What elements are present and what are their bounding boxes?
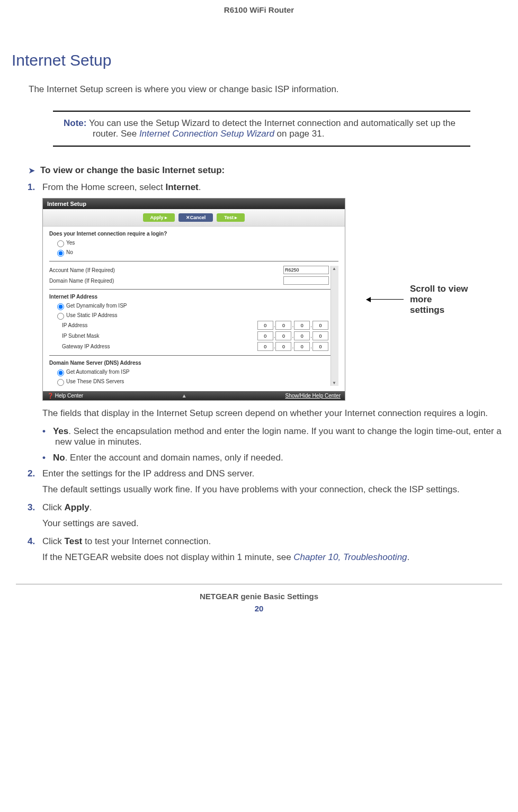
page-header: R6100 WiFi Router xyxy=(16,5,502,14)
ip-gateway-label: Gateway IP Address xyxy=(49,344,136,349)
step-2-followup: The default settings usually work fine. … xyxy=(42,484,502,495)
account-name-label: Account Name (If Required) xyxy=(49,267,283,273)
ip-section-title: Internet IP Address xyxy=(49,294,338,300)
test-button[interactable]: Test ▸ xyxy=(217,213,245,222)
radio-ip-dynamic[interactable]: Get Dynamically from ISP xyxy=(55,302,338,310)
radio-yes[interactable]: Yes xyxy=(55,239,338,247)
annotation-arrow-icon xyxy=(367,299,404,300)
procedure-arrow-icon: ➤ xyxy=(29,166,35,175)
footer-page-number: 20 xyxy=(16,604,502,613)
step-3: 3.Click Apply. xyxy=(42,502,502,513)
scrollbar[interactable] xyxy=(331,266,338,386)
account-name-input[interactable] xyxy=(283,266,329,274)
after-screenshot-text: The fields that display in the Internet … xyxy=(42,408,502,419)
radio-dns-auto[interactable]: Get Automatically from ISP xyxy=(55,368,338,376)
step-2: 2.Enter the settings for the IP address … xyxy=(42,468,502,479)
procedure-header: ➤To view or change the basic Internet se… xyxy=(29,165,502,176)
note-label: Note: xyxy=(64,118,86,128)
ip-subnet-label: IP Subnet Mask xyxy=(49,333,136,339)
radio-ip-static[interactable]: Use Static IP Address xyxy=(55,311,338,320)
annotation-text: Scroll to view more settings xyxy=(410,284,468,315)
radio-no[interactable]: No xyxy=(55,248,338,257)
help-center[interactable]: ❓ Help Center xyxy=(47,393,83,399)
ss-toolbar: Apply ▸ ✕Cancel Test ▸ xyxy=(43,209,345,227)
step-4-followup: If the NETGEAR website does not display … xyxy=(42,552,502,563)
note-text-after: on page 31. xyxy=(274,129,325,139)
step-4: 4.Click Test to test your Internet conne… xyxy=(42,536,502,547)
show-hide-help[interactable]: Show/Hide Help Center xyxy=(285,393,341,399)
domain-name-label: Domain Name (If Required) xyxy=(49,278,283,284)
troubleshooting-link[interactable]: Chapter 10, Troubleshooting xyxy=(293,552,407,562)
step-number: 1. xyxy=(28,182,42,193)
ip-address-label: IP Address xyxy=(49,322,136,328)
note-link[interactable]: Internet Connection Setup Wizard xyxy=(139,129,274,139)
bullet-no: •No. Enter the account and domain names,… xyxy=(55,453,502,463)
note-box: Note: You can use the Setup Wizard to de… xyxy=(53,111,470,147)
dns-section-title: Domain Name Server (DNS) Address xyxy=(49,360,338,366)
ip-octet[interactable] xyxy=(257,321,273,330)
intro-text: The Internet Setup screen is where you v… xyxy=(29,84,502,95)
radio-dns-static[interactable]: Use These DNS Servers xyxy=(55,377,338,386)
bullet-yes: •Yes. Select the encapsulation method an… xyxy=(55,426,502,447)
cancel-button[interactable]: ✕Cancel xyxy=(178,213,213,222)
step-3-followup: Your settings are saved. xyxy=(42,518,502,529)
ss-question: Does your Internet connection require a … xyxy=(49,231,338,237)
section-title: Internet Setup xyxy=(12,51,502,69)
screenshot-panel: Internet Setup Apply ▸ ✕Cancel Test ▸ Do… xyxy=(42,198,345,401)
domain-name-input[interactable] xyxy=(283,276,329,285)
footer-title: NETGEAR genie Basic Settings xyxy=(16,592,502,601)
step-1: 1.From the Home screen, select Internet. xyxy=(42,182,502,193)
ss-title: Internet Setup xyxy=(43,199,345,209)
apply-button[interactable]: Apply ▸ xyxy=(143,213,175,222)
